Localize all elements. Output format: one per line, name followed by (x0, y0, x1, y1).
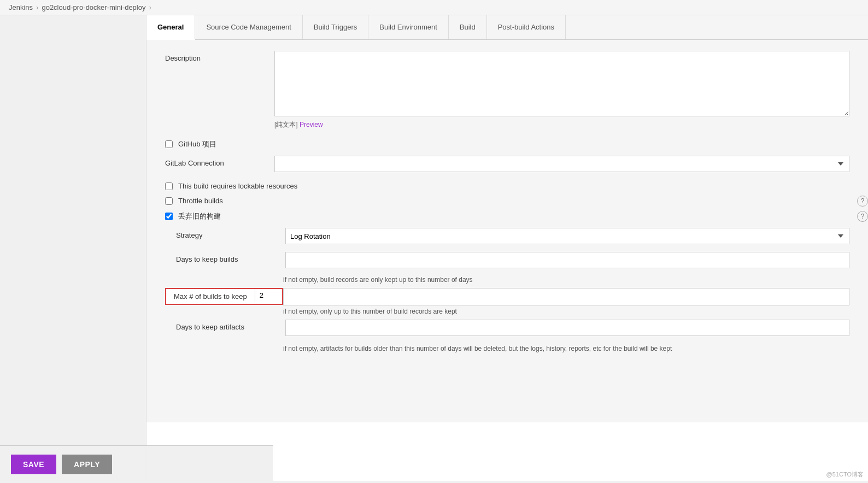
watermark: @51CTO博客 (826, 470, 864, 479)
days-artifacts-label: Days to keep artifacts (165, 320, 285, 331)
max-builds-row: Max # of builds to keep (163, 288, 852, 305)
breadcrumb: Jenkins › go2cloud-pro-docker-mini-deplo… (0, 0, 868, 15)
apply-button[interactable]: APPLY (62, 455, 112, 474)
breadcrumb-sep1: › (36, 3, 38, 11)
days-artifacts-input[interactable] (285, 320, 849, 336)
breadcrumb-sep2: › (149, 3, 151, 11)
description-row: Description [纯文本] Preview (163, 51, 852, 129)
strategy-select-wrap: Log Rotation (285, 228, 849, 244)
days-keep-label: Days to keep builds (165, 252, 285, 263)
lockable-row: This build requires lockable resources (163, 182, 852, 190)
plain-text-label: [纯文本] (274, 121, 298, 128)
strategy-row: Strategy Log Rotation (163, 228, 852, 244)
lockable-checkbox[interactable] (165, 182, 173, 190)
max-builds-label: Max # of builds to keep (166, 289, 255, 304)
description-links: [纯文本] Preview (274, 120, 849, 129)
gitlab-wrap (274, 156, 849, 172)
max-builds-highlight-box: Max # of builds to keep (165, 288, 283, 305)
discard-help-icon[interactable]: ? (857, 211, 868, 222)
tab-bar: General Source Code Management Build Tri… (146, 15, 868, 40)
lockable-label: This build requires lockable resources (178, 182, 297, 190)
max-builds-main-input[interactable] (283, 288, 849, 305)
gitlab-row: GitLab Connection (163, 156, 852, 172)
throttle-checkbox[interactable] (165, 197, 173, 205)
throttle-help-icon[interactable]: ? (857, 196, 868, 207)
discard-checkbox[interactable] (165, 213, 173, 220)
max-builds-hint: if not empty, only up to this number of … (163, 308, 852, 315)
discard-row: 丢弃旧的构建 ? (163, 211, 852, 221)
gitlab-select-wrap (274, 156, 849, 172)
days-keep-wrap (285, 252, 849, 268)
days-keep-input[interactable] (285, 252, 849, 268)
description-wrap: [纯文本] Preview (274, 51, 849, 129)
throttle-row: Throttle builds ? (163, 197, 852, 205)
strategy-label: Strategy (165, 228, 285, 239)
tab-build-triggers[interactable]: Build Triggers (303, 15, 368, 39)
days-keep-hint: if not empty, build records are only kep… (163, 276, 852, 284)
tab-source-code[interactable]: Source Code Management (195, 15, 302, 39)
form-area: Description [纯文本] Preview GitHub 项目 GitL… (146, 40, 868, 422)
days-artifacts-hint: if not empty, artifacts for builds older… (163, 344, 852, 354)
tab-build[interactable]: Build (449, 15, 487, 39)
description-label: Description (165, 51, 274, 62)
preview-link[interactable]: Preview (300, 121, 323, 128)
tab-build-environment[interactable]: Build Environment (368, 15, 449, 39)
tab-post-build[interactable]: Post-build Actions (487, 15, 566, 39)
breadcrumb-jenkins[interactable]: Jenkins (9, 3, 33, 11)
days-artifacts-row: Days to keep artifacts (163, 320, 852, 336)
days-keep-row: Days to keep builds (163, 252, 852, 268)
github-checkbox[interactable] (165, 140, 173, 148)
strategy-select[interactable]: Log Rotation (285, 228, 849, 244)
main-content: General Source Code Management Build Tri… (146, 15, 868, 481)
days-artifacts-wrap (285, 320, 849, 336)
gitlab-label: GitLab Connection (165, 156, 274, 167)
bottom-bar: SAVE APPLY (0, 445, 273, 481)
description-textarea[interactable] (274, 51, 849, 116)
sidebar (0, 15, 146, 481)
github-label: GitHub 项目 (178, 139, 216, 149)
breadcrumb-project[interactable]: go2cloud-pro-docker-mini-deploy (42, 3, 145, 11)
discard-label: 丢弃旧的构建 (178, 211, 221, 221)
gitlab-select[interactable] (274, 156, 849, 172)
save-button[interactable]: SAVE (11, 455, 56, 474)
max-builds-small-input[interactable] (255, 289, 282, 302)
throttle-label: Throttle builds (178, 197, 223, 205)
github-row: GitHub 项目 (163, 139, 852, 149)
tab-general[interactable]: General (146, 15, 195, 40)
